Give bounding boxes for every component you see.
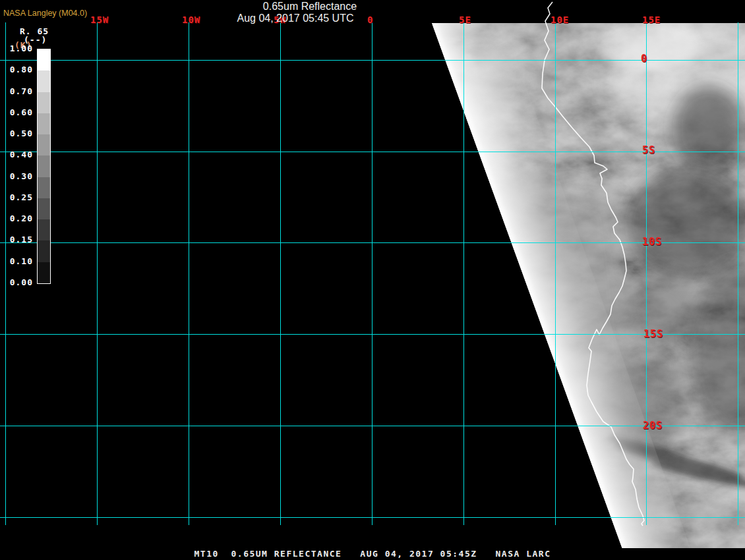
- satellite-swath: [415, 16, 745, 553]
- product-info-bar: MT10 0.65UM REFLECTANCE AUG 04, 2017 05:…: [0, 548, 745, 560]
- page-title: 0.65um Reflectance: [263, 1, 357, 13]
- satellite-image-canvas: [0, 0, 745, 560]
- satellite-product-view: 15W10W5W05E10E15E 05S10S15S20S NASA Lang…: [0, 0, 745, 560]
- product-info-text: MT10 0.65UM REFLECTANCE AUG 04, 2017 05:…: [0, 549, 745, 559]
- nasa-langley-credit: NASA Langley (M04.0): [3, 9, 87, 18]
- timestamp-title: Aug 04, 2017 05:45 UTC: [237, 13, 353, 24]
